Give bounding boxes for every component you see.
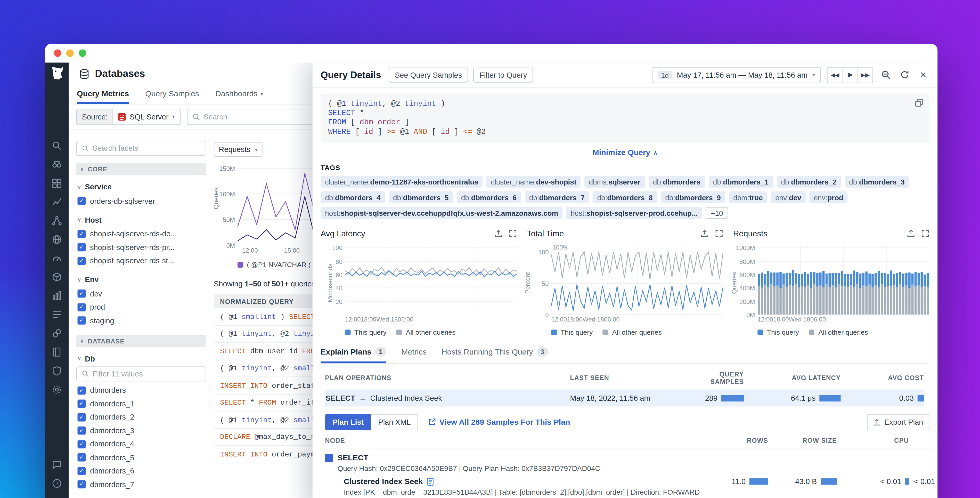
tag-pill[interactable]: db:dbmorders_6 bbox=[457, 192, 521, 203]
search-icon[interactable] bbox=[52, 140, 62, 151]
column-header[interactable]: CPU bbox=[837, 437, 909, 444]
tag-pill[interactable]: dbm:true bbox=[729, 192, 767, 203]
facet-item[interactable]: ✓dbmorders_1 bbox=[76, 397, 206, 410]
share-icon[interactable] bbox=[701, 229, 709, 238]
column-header[interactable]: QUERY SAMPLES bbox=[689, 370, 744, 385]
facet-group-service[interactable]: ∨Service bbox=[78, 183, 206, 192]
checkbox-checked-icon[interactable]: ✓ bbox=[78, 453, 86, 462]
tag-pill[interactable]: db:dbmorders_5 bbox=[389, 192, 453, 203]
checkbox-checked-icon[interactable]: ✓ bbox=[78, 386, 86, 394]
checkbox-checked-icon[interactable]: ✓ bbox=[78, 197, 86, 205]
legend-item[interactable]: This query bbox=[551, 328, 593, 336]
facet-item[interactable]: ✓orders-db-sqlserver bbox=[76, 195, 206, 208]
facet-item[interactable]: ✓dbmorders_4 bbox=[76, 437, 206, 451]
tag-pill[interactable]: db:dbmorders_3 bbox=[845, 176, 909, 188]
close-window-button[interactable] bbox=[54, 49, 61, 57]
facet-item[interactable]: ✓dev bbox=[76, 287, 206, 300]
checkbox-checked-icon[interactable]: ✓ bbox=[78, 400, 86, 408]
column-header[interactable]: ROWS bbox=[699, 437, 768, 444]
checkbox-checked-icon[interactable]: ✓ bbox=[78, 230, 86, 238]
tag-pill[interactable]: db:dbmorders_8 bbox=[593, 192, 657, 203]
column-header[interactable]: NODE bbox=[325, 437, 699, 444]
chart-plot[interactable] bbox=[757, 244, 929, 314]
plan-row[interactable]: SELECT→Clustered Index Seek May 18, 2022… bbox=[325, 390, 924, 406]
checkbox-checked-icon[interactable]: ✓ bbox=[78, 467, 86, 475]
expand-icon[interactable] bbox=[715, 229, 723, 238]
facet-group-host[interactable]: ∨Host bbox=[78, 215, 206, 224]
facet-item[interactable]: ✓dbmorders_5 bbox=[76, 451, 206, 464]
source-select[interactable]: Source: SQL Server ▾ bbox=[76, 109, 181, 124]
network-icon[interactable] bbox=[52, 215, 62, 226]
document-icon[interactable] bbox=[427, 477, 434, 485]
tab-query-metrics[interactable]: Query Metrics bbox=[77, 89, 129, 104]
synthetics-icon[interactable] bbox=[52, 234, 62, 244]
checkbox-checked-icon[interactable]: ✓ bbox=[78, 243, 86, 252]
column-header[interactable]: AVG COST bbox=[841, 374, 924, 381]
see-query-samples-button[interactable]: See Query Samples bbox=[389, 67, 468, 82]
minimize-window-button[interactable] bbox=[66, 49, 74, 57]
tag-pill[interactable]: cluster_name:dev-shopist bbox=[487, 176, 581, 188]
datadog-logo[interactable] bbox=[49, 66, 64, 80]
zoom-out-icon[interactable] bbox=[880, 68, 892, 81]
facet-item[interactable]: ✓prod bbox=[76, 300, 206, 314]
column-header[interactable]: AVG LATENCY bbox=[744, 374, 841, 381]
watchdog-icon[interactable] bbox=[52, 159, 62, 169]
expand-icon[interactable] bbox=[921, 229, 929, 238]
collapse-icon[interactable]: − bbox=[325, 453, 333, 462]
export-plan-button[interactable]: Export Plan bbox=[867, 414, 929, 430]
legend-item[interactable]: This query bbox=[757, 328, 799, 336]
settings-icon[interactable] bbox=[52, 384, 62, 394]
checkbox-checked-icon[interactable]: ✓ bbox=[78, 317, 86, 325]
facet-item[interactable]: ✓staging bbox=[76, 314, 206, 327]
tab-hosts-running-query[interactable]: Hosts Running This Query3 bbox=[442, 345, 548, 363]
tag-pill[interactable]: env:dev bbox=[771, 192, 806, 203]
tag-pill[interactable]: db:dbmorders_4 bbox=[321, 192, 385, 203]
facet-section-core[interactable]: ∨CORE bbox=[76, 163, 206, 175]
copy-icon[interactable] bbox=[915, 99, 923, 107]
tag-pill[interactable]: db:dbmorders_1 bbox=[709, 176, 773, 188]
share-icon[interactable] bbox=[907, 229, 915, 238]
apm-icon[interactable] bbox=[52, 252, 62, 263]
monitors-icon[interactable] bbox=[52, 290, 62, 301]
tag-pill[interactable]: env:prod bbox=[810, 192, 848, 203]
logs-icon[interactable] bbox=[52, 309, 62, 319]
db-filter[interactable] bbox=[76, 366, 206, 381]
tab-query-samples[interactable]: Query Samples bbox=[145, 89, 199, 104]
facet-item[interactable]: ✓dbmorders_2 bbox=[76, 410, 206, 424]
tag-pill[interactable]: db:dbmorders_2 bbox=[777, 176, 841, 188]
legend-item[interactable]: All other queries bbox=[396, 328, 455, 336]
checkbox-checked-icon[interactable]: ✓ bbox=[78, 413, 86, 421]
checkbox-checked-icon[interactable]: ✓ bbox=[78, 426, 86, 435]
facet-section-database[interactable]: ∨DATABASE bbox=[76, 335, 206, 347]
node-row-select[interactable]: − SELECT Query Hash: 0x29CEC0364A50E9B7 … bbox=[325, 449, 937, 472]
tag-pill[interactable]: host:shopist-sqlserver-dev.ccehuppdfqfx.… bbox=[321, 207, 562, 219]
tab-dashboards[interactable]: Dashboards▾ bbox=[215, 89, 263, 104]
legend-item[interactable]: All other queries bbox=[809, 328, 868, 336]
notebooks-icon[interactable] bbox=[52, 346, 62, 357]
metric-dropdown[interactable]: Requests▾ bbox=[214, 142, 262, 157]
facet-item[interactable]: ✓dbmorders_3 bbox=[76, 424, 206, 437]
tag-pill[interactable]: cluster_name:demo-11287-aks-northcentral… bbox=[321, 176, 483, 188]
tag-pill[interactable]: dbms:sqlserver bbox=[585, 176, 645, 188]
metrics-icon[interactable] bbox=[52, 196, 62, 207]
tag-pill[interactable]: db:dbmorders_9 bbox=[661, 192, 725, 203]
column-header[interactable]: LAST SEEN bbox=[570, 374, 689, 381]
time-range-picker[interactable]: 1d May 17, 11:56 am — May 18, 11:56 am ▾ bbox=[652, 67, 821, 83]
facet-group-db[interactable]: ∨Db bbox=[78, 354, 206, 363]
checkbox-checked-icon[interactable]: ✓ bbox=[78, 480, 86, 489]
plan-xml-button[interactable]: Plan XML bbox=[371, 414, 418, 430]
expand-icon[interactable] bbox=[509, 229, 517, 238]
facet-item[interactable]: ✓dbmorders_6 bbox=[76, 464, 206, 477]
column-header[interactable]: PLAN OPERATIONS bbox=[325, 374, 570, 381]
chart-plot[interactable]: 100% bbox=[551, 244, 723, 314]
tag-pill[interactable]: host:shopist-sqlserver-prod.ccehup... bbox=[566, 207, 702, 219]
tag-pill[interactable]: db:dbmorders bbox=[649, 176, 705, 188]
facet-item[interactable]: ✓shopist-sqlserver-rds-pr... bbox=[76, 241, 206, 254]
checkbox-checked-icon[interactable]: ✓ bbox=[78, 257, 86, 265]
checkbox-checked-icon[interactable]: ✓ bbox=[78, 440, 86, 449]
node-row-seek[interactable]: Clustered Index Seek Index [PK__dbm_orde… bbox=[325, 472, 937, 496]
minimize-query-link[interactable]: Minimize Query∧ bbox=[592, 148, 657, 157]
chat-icon[interactable] bbox=[52, 459, 62, 469]
plan-list-button[interactable]: Plan List bbox=[325, 414, 371, 430]
security-icon[interactable] bbox=[52, 365, 62, 376]
